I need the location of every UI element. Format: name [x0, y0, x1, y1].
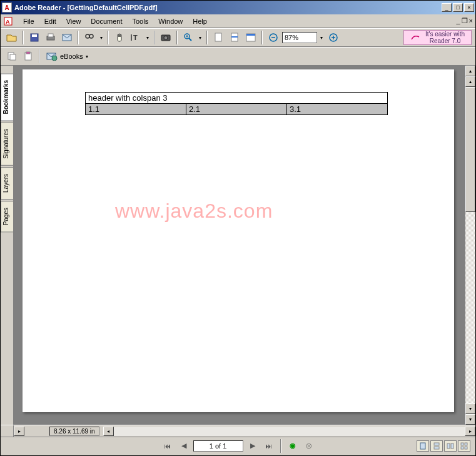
hscroll-track[interactable] — [114, 427, 465, 436]
horizontal-scrollbar[interactable]: ◂ ▸ — [103, 427, 475, 436]
collapse-button[interactable]: ▸ — [14, 427, 24, 436]
scroll-thumb[interactable] — [465, 87, 475, 212]
document-viewport[interactable]: header with colspan 3 1.1 2.1 3.1 www.ja… — [14, 66, 465, 425]
chevron-down-icon: ▾ — [86, 54, 88, 59]
email-button[interactable] — [59, 30, 74, 45]
zoom-preset-dropdown[interactable]: ▾ — [318, 35, 325, 41]
menu-document[interactable]: Document — [86, 16, 127, 26]
fit-width-button[interactable] — [243, 30, 258, 45]
save-button[interactable] — [27, 30, 42, 45]
menu-view[interactable]: View — [61, 16, 86, 26]
menu-window[interactable]: Window — [153, 16, 188, 26]
separator — [154, 31, 155, 44]
search-button[interactable] — [82, 30, 97, 45]
promo-line1: It's easier with — [425, 31, 465, 38]
hand-tool-button[interactable] — [112, 30, 127, 45]
table-header-cell: header with colspan 3 — [86, 93, 388, 104]
page-number-input[interactable] — [193, 440, 243, 452]
promo-icon — [410, 33, 420, 42]
zoom-in-button[interactable] — [181, 30, 196, 45]
zoom-dropdown[interactable]: ▾ — [197, 35, 203, 41]
clipboard-button[interactable] — [21, 49, 36, 64]
promo-banner[interactable]: It's easier with Reader 7.0 — [403, 30, 472, 45]
zoom-in2-button[interactable] — [326, 30, 341, 45]
menu-tools[interactable]: Tools — [128, 16, 154, 26]
pdf-table: header with colspan 3 1.1 2.1 3.1 — [85, 92, 388, 115]
zoom-input[interactable] — [282, 32, 317, 43]
navigation-bar: ⏮ ◀ ▶ ⏭ ◉ ◎ — [1, 437, 475, 454]
zoom-out-button[interactable] — [266, 30, 281, 45]
menubar: A File Edit View Document Tools Window H… — [1, 14, 475, 28]
svg-point-33 — [52, 56, 57, 61]
mdi-restore-button[interactable]: ❐ — [462, 17, 468, 25]
side-panel-tabs: Bookmarks Signatures Layers Pages — [1, 66, 14, 425]
watermark: www.java2s.com — [115, 200, 273, 223]
svg-text:T: T — [133, 34, 138, 41]
doc-name: [GettingDefaultCellPDF.pdf] — [67, 4, 157, 11]
svg-rect-34 — [420, 443, 425, 449]
forward-button[interactable]: ◎ — [302, 440, 316, 452]
separator — [206, 31, 208, 44]
next-page-button[interactable]: ▶ — [246, 440, 260, 452]
first-page-button[interactable]: ⏮ — [161, 440, 175, 452]
last-page-button[interactable]: ⏭ — [262, 440, 276, 452]
back-button[interactable]: ◉ — [286, 440, 300, 452]
scroll-up-button[interactable]: ▴ — [465, 66, 475, 76]
mdi-minimize-button[interactable]: _ — [456, 17, 460, 25]
facing-view-button[interactable] — [444, 440, 457, 452]
svg-text:A: A — [6, 19, 10, 25]
tab-signatures[interactable]: Signatures — [1, 122, 13, 166]
app-icon: A — [2, 3, 12, 13]
page-size-display: 8.26 x 11.69 in — [49, 427, 99, 436]
window-buttons: _ □ × — [442, 3, 474, 12]
prev-page-button[interactable]: ◀ — [177, 440, 191, 452]
vertical-scrollbar[interactable]: ▴ ▴ ▾ ▾ — [465, 66, 475, 425]
app-name: Adobe Reader — [14, 4, 61, 11]
mdi-close-button[interactable]: × — [469, 17, 473, 25]
ebooks-dropdown[interactable]: eBooks ▾ — [43, 51, 91, 62]
status-bar: ▸ 8.26 x 11.69 in ◂ ▸ — [1, 425, 475, 437]
mdi-buttons: _ ❐ × — [456, 17, 473, 25]
continuous-view-button[interactable] — [430, 440, 443, 452]
svg-rect-40 — [465, 443, 467, 445]
single-page-view-button[interactable] — [417, 440, 429, 452]
continuous-facing-view-button[interactable] — [458, 440, 470, 452]
svg-rect-39 — [461, 443, 463, 445]
open-button[interactable] — [4, 30, 19, 45]
table-cell: 1.1 — [86, 104, 186, 115]
tab-pages[interactable]: Pages — [1, 201, 13, 232]
scroll-track[interactable] — [465, 212, 475, 403]
promo-line2: Reader 7.0 — [425, 38, 465, 44]
tab-bookmarks[interactable]: Bookmarks — [1, 73, 13, 121]
svg-rect-42 — [465, 447, 467, 449]
svg-rect-41 — [461, 447, 463, 449]
status-spacer — [1, 425, 14, 437]
svg-point-7 — [86, 34, 89, 38]
pdf-page: header with colspan 3 1.1 2.1 3.1 www.ja… — [23, 69, 454, 412]
scroll-down-button2[interactable]: ▾ — [465, 414, 475, 425]
print-button[interactable] — [43, 30, 58, 45]
scroll-down-button[interactable]: ▾ — [465, 403, 475, 414]
menu-help[interactable]: Help — [188, 16, 212, 26]
tab-layers[interactable]: Layers — [1, 167, 13, 200]
svg-point-8 — [89, 34, 93, 38]
scroll-right-button[interactable]: ▸ — [465, 427, 475, 436]
document-area: header with colspan 3 1.1 2.1 3.1 www.ja… — [14, 66, 475, 425]
copy-button[interactable] — [4, 49, 19, 64]
select-dropdown[interactable]: ▾ — [144, 35, 151, 41]
text-select-button[interactable]: T — [128, 30, 143, 45]
blank-page-button[interactable] — [211, 30, 226, 45]
menu-file[interactable]: File — [18, 16, 39, 26]
snapshot-button[interactable] — [158, 30, 173, 45]
search-dropdown[interactable]: ▾ — [98, 35, 104, 41]
table-cell: 3.1 — [286, 104, 387, 115]
maximize-button[interactable]: □ — [453, 3, 463, 12]
scroll-up-button2[interactable]: ▴ — [465, 76, 475, 87]
menu-edit[interactable]: Edit — [39, 16, 61, 26]
svg-line-15 — [189, 38, 191, 41]
minimize-button[interactable]: _ — [442, 3, 452, 12]
scroll-left-button[interactable]: ◂ — [103, 427, 114, 436]
close-button[interactable]: × — [464, 3, 474, 12]
separator — [108, 31, 109, 44]
fit-page-button[interactable] — [227, 30, 242, 45]
